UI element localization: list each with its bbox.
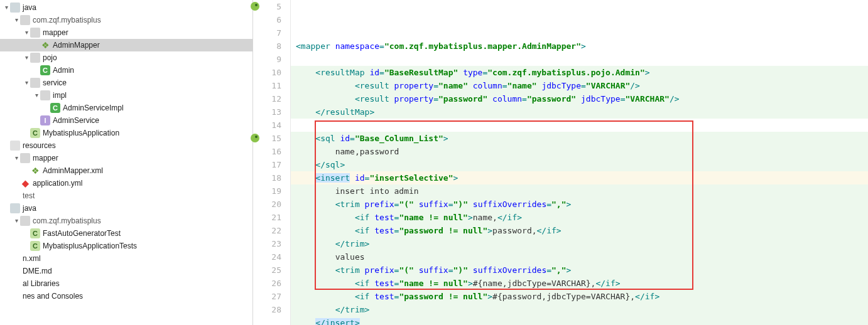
line-number[interactable]: 19 <box>253 184 281 198</box>
tree-item[interactable]: nes and Consoles <box>0 290 252 302</box>
line-number[interactable]: 12 <box>253 92 281 105</box>
expand-arrow-icon[interactable]: ▾ <box>13 215 20 227</box>
line-number[interactable]: 22 <box>253 224 281 237</box>
expand-arrow-icon[interactable]: ▾ <box>23 77 30 89</box>
code-token <box>296 134 315 143</box>
tree-item[interactable]: ▾pojo <box>0 51 252 64</box>
code-token <box>468 200 473 209</box>
line-number[interactable]: 10 <box>253 66 281 79</box>
line-number[interactable]: 6 <box>253 13 281 26</box>
code-line[interactable]: <if test="name != null">#{name,jdbcType=… <box>291 277 868 290</box>
expand-arrow-icon[interactable]: ▾ <box>23 26 30 39</box>
tree-item[interactable]: CAdmin <box>0 64 252 77</box>
tree-item[interactable]: ▾service <box>0 77 252 89</box>
code-line[interactable]: values <box>291 250 868 264</box>
code-line[interactable] <box>291 119 868 132</box>
line-number[interactable]: 5 <box>253 0 281 13</box>
code-line[interactable] <box>291 53 868 66</box>
code-line[interactable]: <trim prefix="(" suffix=")" suffixOverri… <box>291 198 868 211</box>
expand-arrow-icon[interactable]: ▾ <box>13 14 20 26</box>
expand-arrow-icon[interactable]: ▾ <box>13 152 20 164</box>
folder-gray-icon <box>30 78 40 88</box>
code-token: insert into admin <box>335 186 419 196</box>
tree-item[interactable]: ▾com.zqf.mybatisplus <box>0 215 252 227</box>
tree-item[interactable]: CMybatisplusApplication <box>0 127 252 139</box>
code-line[interactable]: <if test="name != null">name,</if> <box>291 211 868 224</box>
line-number[interactable]: 18 <box>253 171 281 184</box>
code-line[interactable]: <sql id="Base_Column_List"> <box>291 132 868 145</box>
tree-item[interactable]: ▾mapper <box>0 152 252 164</box>
java-c-icon: C <box>40 65 50 75</box>
code-line[interactable]: </resultMap> <box>291 105 868 119</box>
tree-item[interactable]: java <box>0 202 252 215</box>
expand-arrow-icon[interactable]: ▾ <box>33 89 40 102</box>
code-token: test <box>374 292 394 301</box>
code-line[interactable]: <insert id="insertSelective"> <box>291 171 868 184</box>
code-line[interactable]: insert into admin <box>291 184 868 198</box>
code-line[interactable]: <if test="password != null">#{password,j… <box>291 290 868 303</box>
tree-item[interactable]: ▾java <box>0 1 252 14</box>
line-number[interactable]: 28 <box>253 303 281 316</box>
blank-icon <box>10 279 20 289</box>
tree-item[interactable]: test <box>0 189 252 202</box>
code-token <box>296 94 355 104</box>
code-token <box>487 94 492 104</box>
line-number[interactable]: 15 <box>253 132 281 145</box>
line-number[interactable]: 21 <box>253 211 281 224</box>
code-token: <mapper <box>296 41 335 51</box>
code-editor[interactable]: <mapper namespace="com.zqf.mybatisplus.m… <box>291 0 868 325</box>
line-number[interactable]: 16 <box>253 145 281 158</box>
code-token: property <box>394 81 434 90</box>
code-token: = <box>379 41 384 51</box>
tree-item[interactable]: ❖AdminMapper <box>0 39 252 51</box>
code-line[interactable]: <mapper namespace="com.zqf.mybatisplus.m… <box>291 40 868 53</box>
code-line[interactable]: </trim> <box>291 237 868 250</box>
code-token: test <box>374 213 394 222</box>
code-token: <sql <box>315 134 340 143</box>
line-number[interactable]: 20 <box>253 198 281 211</box>
tree-item-label: test <box>23 189 35 202</box>
line-number[interactable]: 24 <box>253 250 281 264</box>
tree-item[interactable]: CAdminServiceImpl <box>0 102 252 114</box>
tree-item[interactable]: IAdminService <box>0 114 252 127</box>
code-line[interactable]: <if test="password != null">password,</i… <box>291 224 868 237</box>
code-line[interactable]: <resultMap id="BaseResultMap" type="com.… <box>291 66 868 79</box>
line-number[interactable]: 13 <box>253 105 281 119</box>
code-line[interactable]: </sql> <box>291 158 868 171</box>
tree-item[interactable]: n.xml <box>0 252 252 265</box>
tree-item[interactable]: ❖AdminMapper.xml <box>0 164 252 177</box>
tree-item[interactable]: al Libraries <box>0 277 252 290</box>
tree-item[interactable]: DME.md <box>0 265 252 277</box>
line-number[interactable]: 11 <box>253 79 281 92</box>
code-line[interactable]: <trim prefix="(" suffix=")" suffixOverri… <box>291 264 868 277</box>
tree-item[interactable]: CFastAutoGeneratorTest <box>0 227 252 240</box>
code-line[interactable]: </trim> <box>291 303 868 316</box>
tree-item[interactable]: ▾impl <box>0 89 252 102</box>
line-number[interactable]: 14 <box>253 119 281 132</box>
project-tree[interactable]: ▾java▾com.zqf.mybatisplus▾mapper❖AdminMa… <box>0 0 253 325</box>
tree-item[interactable]: ▾com.zqf.mybatisplus <box>0 14 252 26</box>
line-number[interactable]: 7 <box>253 26 281 40</box>
code-token: id <box>355 173 365 183</box>
code-line[interactable]: </insert> <box>291 316 868 325</box>
line-number[interactable]: 23 <box>253 237 281 250</box>
code-line[interactable]: <result property="password" column="pass… <box>291 92 868 105</box>
tree-item[interactable]: ◆application.yml <box>0 177 252 189</box>
code-token <box>468 265 473 275</box>
line-number[interactable]: 27 <box>253 290 281 303</box>
tree-item[interactable]: CMybatisplusApplicationTests <box>0 240 252 252</box>
code-token: #{password,jdbcType=VARCHAR}, <box>492 292 635 301</box>
line-number[interactable]: 26 <box>253 277 281 290</box>
tree-item[interactable]: resources <box>0 139 252 152</box>
line-number[interactable]: 8 <box>253 40 281 53</box>
line-number[interactable]: 17 <box>253 158 281 171</box>
tree-item[interactable]: ▾mapper <box>0 26 252 39</box>
line-number[interactable]: 25 <box>253 264 281 277</box>
code-line[interactable]: name,password <box>291 145 868 158</box>
editor-area: 5678910111213141516171819202122232425262… <box>253 0 868 325</box>
code-token: </trim> <box>335 239 370 248</box>
code-line[interactable]: <result property="name" column="name" jd… <box>291 79 868 92</box>
expand-arrow-icon[interactable]: ▾ <box>23 51 30 64</box>
expand-arrow-icon[interactable]: ▾ <box>3 1 10 14</box>
line-number[interactable]: 9 <box>253 53 281 66</box>
